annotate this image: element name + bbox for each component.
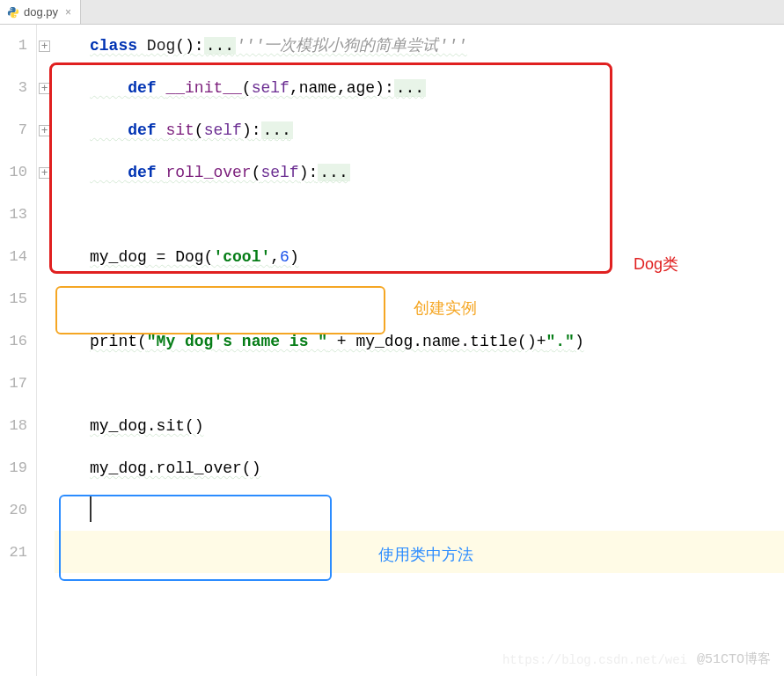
code-line[interactable]: print("My dog's name is " + my_dog.name.… — [90, 320, 784, 363]
tab-filename: dog.py — [24, 5, 58, 18]
fold-icon[interactable]: + — [39, 83, 50, 94]
watermark: https://blog.csdn.net/wei — [502, 653, 687, 667]
tab-bar: dog.py × — [0, 0, 784, 25]
line-number: 17 — [0, 363, 27, 405]
line-number: 21 — [0, 532, 27, 574]
line-number: 3 — [0, 67, 27, 109]
file-tab[interactable]: dog.py × — [0, 0, 81, 24]
code-line[interactable]: class Dog():...'''一次模拟小狗的简单尝试''' — [90, 25, 784, 67]
line-number: 15 — [0, 278, 27, 320]
code-editor[interactable]: 1 3 7 10 13 14 15 16 17 18 19 20 21 + + … — [0, 25, 784, 676]
code-line[interactable]: def __init__(self,name,age):... — [90, 67, 784, 109]
code-area[interactable]: class Dog():...'''一次模拟小狗的简单尝试''' def __i… — [55, 25, 784, 676]
fold-icon[interactable]: + — [39, 125, 50, 136]
close-icon[interactable]: × — [65, 6, 71, 18]
annotation-label-red: Dog类 — [634, 254, 678, 275]
code-line[interactable]: my_dog.roll_over() — [90, 447, 784, 489]
line-number: 13 — [0, 194, 27, 236]
text-cursor — [90, 496, 92, 522]
line-number: 19 — [0, 447, 27, 489]
fold-icon[interactable]: + — [39, 40, 50, 52]
line-number: 16 — [0, 320, 27, 363]
line-number: 10 — [0, 151, 27, 194]
annotation-label-blue: 使用类中方法 — [378, 544, 473, 565]
line-number-gutter: 1 3 7 10 13 14 15 16 17 18 19 20 21 — [0, 25, 37, 676]
line-number: 18 — [0, 405, 27, 447]
code-line[interactable]: my_dog.sit() — [90, 405, 784, 447]
fold-gutter: + + + + — [37, 25, 55, 676]
line-number: 20 — [0, 489, 27, 532]
annotation-label-orange: 创建实例 — [414, 298, 477, 319]
line-number: 1 — [0, 25, 27, 67]
code-line[interactable]: def roll_over(self):... — [90, 151, 784, 194]
line-number: 14 — [0, 236, 27, 278]
code-line[interactable]: def sit(self):... — [90, 109, 784, 151]
line-number: 7 — [0, 109, 27, 151]
code-line[interactable]: my_dog = Dog('cool',6) — [90, 236, 784, 278]
fold-icon[interactable]: + — [39, 167, 50, 179]
footer-signature: @51CTO博客 — [697, 650, 771, 667]
code-line[interactable] — [90, 194, 784, 236]
python-icon — [7, 6, 19, 18]
code-line[interactable] — [90, 363, 784, 405]
code-line[interactable] — [90, 489, 784, 532]
